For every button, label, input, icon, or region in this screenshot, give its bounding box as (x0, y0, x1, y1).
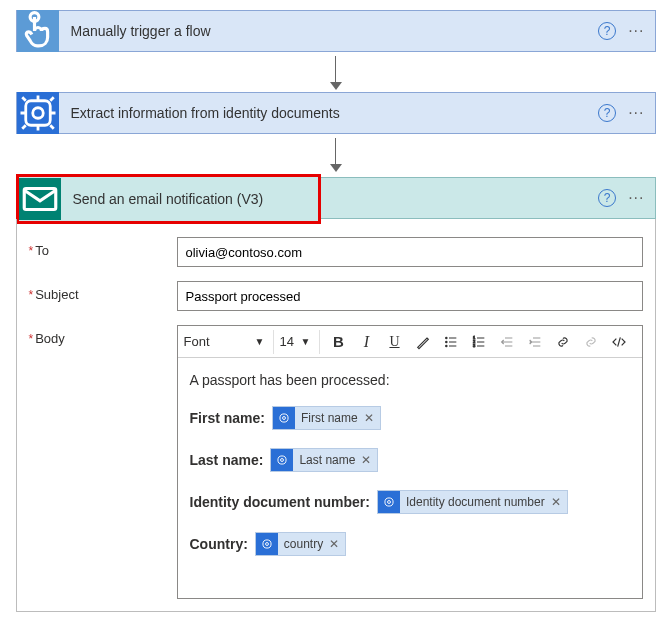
number-list-button[interactable]: 123 (466, 329, 492, 355)
svg-point-16 (263, 540, 271, 548)
field-to-row: *To (29, 237, 643, 267)
ai-icon (256, 533, 278, 555)
body-row-lastname: Last name: Last name ✕ (190, 448, 630, 472)
close-icon[interactable]: ✕ (551, 495, 561, 509)
step-send-email[interactable]: Send an email notification (V3) (19, 177, 318, 221)
svg-point-13 (281, 459, 284, 462)
outdent-button[interactable] (494, 329, 520, 355)
close-icon[interactable]: ✕ (361, 453, 371, 467)
ellipsis-icon[interactable]: ··· (628, 22, 644, 40)
svg-point-5 (445, 341, 446, 342)
svg-text:3: 3 (473, 343, 476, 348)
arrow-icon (330, 52, 342, 92)
chevron-down-icon: ▼ (301, 336, 311, 347)
step-highlight: Send an email notification (V3) (16, 174, 656, 224)
ai-icon (17, 92, 59, 134)
token-doc-number[interactable]: Identity document number ✕ (377, 490, 568, 514)
body-intro: A passport has been processed: (190, 372, 630, 388)
arrow-icon (330, 134, 342, 174)
close-icon[interactable]: ✕ (329, 537, 339, 551)
body-row-docnum: Identity document number: Identity docum… (190, 490, 630, 514)
svg-point-6 (445, 345, 446, 346)
step-manual-trigger[interactable]: Manually trigger a flow ? ··· (16, 10, 656, 52)
rich-text-editor: Font▼ 14▼ B I U (177, 325, 643, 599)
code-view-button[interactable] (606, 329, 632, 355)
flow-canvas: Manually trigger a flow ? ··· Extract in… (10, 10, 661, 612)
svg-point-2 (32, 108, 43, 119)
field-subject-row: *Subject (29, 281, 643, 311)
body-label: *Body (29, 325, 177, 346)
ai-icon (378, 491, 400, 513)
ai-icon (271, 449, 293, 471)
svg-point-14 (385, 498, 393, 506)
close-icon[interactable]: ✕ (364, 411, 374, 425)
svg-point-4 (445, 337, 446, 338)
link-button[interactable] (550, 329, 576, 355)
body-row-firstname: First name: First name ✕ (190, 406, 630, 430)
font-select[interactable]: Font▼ (184, 330, 274, 354)
step-title: Extract information from identity docume… (59, 105, 599, 121)
font-size-select[interactable]: 14▼ (280, 330, 320, 354)
unlink-button[interactable] (578, 329, 604, 355)
color-button[interactable] (410, 329, 436, 355)
to-label: *To (29, 237, 177, 258)
step-extract-identity[interactable]: Extract information from identity docume… (16, 92, 656, 134)
step-details-panel: *To *Subject *Body Font▼ 1 (16, 219, 656, 612)
editor-toolbar: Font▼ 14▼ B I U (178, 326, 642, 358)
bold-button[interactable]: B (326, 329, 352, 355)
mail-icon (19, 178, 61, 220)
step-actions: ? ··· (598, 104, 654, 122)
help-icon[interactable]: ? (598, 22, 616, 40)
body-row-country: Country: country ✕ (190, 532, 630, 556)
underline-button[interactable]: U (382, 329, 408, 355)
help-icon[interactable]: ? (598, 104, 616, 122)
svg-rect-1 (25, 101, 50, 126)
bullet-list-button[interactable] (438, 329, 464, 355)
ai-icon (273, 407, 295, 429)
editor-body[interactable]: A passport has been processed: First nam… (178, 358, 642, 598)
italic-button[interactable]: I (354, 329, 380, 355)
token-first-name[interactable]: First name ✕ (272, 406, 381, 430)
svg-point-17 (265, 543, 268, 546)
svg-point-10 (280, 414, 288, 422)
subject-input[interactable] (177, 281, 643, 311)
chevron-down-icon: ▼ (255, 336, 265, 347)
step-title: Manually trigger a flow (59, 23, 599, 39)
indent-button[interactable] (522, 329, 548, 355)
touch-icon (17, 10, 59, 52)
token-last-name[interactable]: Last name ✕ (270, 448, 378, 472)
field-body-row: *Body Font▼ 14▼ B I U (29, 325, 643, 599)
svg-point-12 (278, 456, 286, 464)
svg-point-15 (387, 501, 390, 504)
subject-label: *Subject (29, 281, 177, 302)
svg-point-11 (283, 417, 286, 420)
token-country[interactable]: country ✕ (255, 532, 346, 556)
to-input[interactable] (177, 237, 643, 267)
ellipsis-icon[interactable]: ··· (628, 104, 644, 122)
step-title: Send an email notification (V3) (61, 191, 318, 207)
step-actions: ? ··· (598, 22, 654, 40)
